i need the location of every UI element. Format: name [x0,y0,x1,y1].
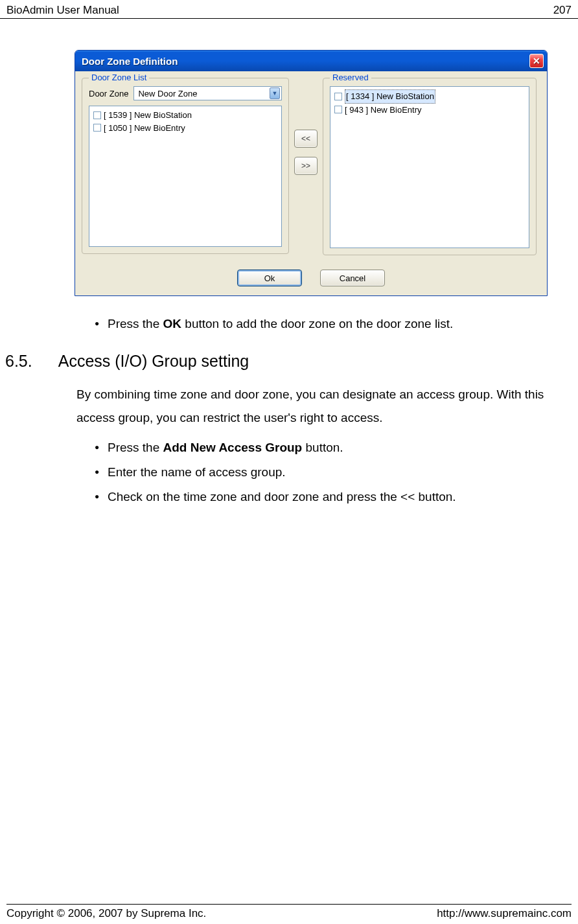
list-item[interactable]: [ 1539 ] New BioStation [93,109,277,122]
door-zone-list-legend: Door Zone List [89,73,149,82]
close-button[interactable]: ✕ [529,54,544,68]
bullet-list: Press the OK button to add the door zone… [95,314,552,334]
list-item-label: [ 1050 ] New BioEntry [104,122,185,135]
dialog-titlebar: Door Zone Definition ✕ [75,51,547,71]
ok-label: Ok [264,273,275,283]
door-zone-label: Door Zone [89,89,128,98]
page-footer: Copyright © 2006, 2007 by Suprema Inc. h… [6,904,572,920]
door-zone-value: New Door Zone [138,89,197,98]
door-zone-definition-dialog: Door Zone Definition ✕ Door Zone List Do… [75,50,548,296]
section-number: 6.5. [5,348,32,374]
reserved-group: Reserved [ 1334 ] New BioStation [ 943 ]… [323,78,537,255]
header-page-number: 207 [553,4,572,17]
header-left: BioAdmin User Manual [6,4,119,17]
dialog-button-row: Ok Cancel [75,264,547,295]
section-title: Access (I/O) Group setting [58,348,249,374]
bullet-item: Check on the time zone and door zone and… [95,487,552,507]
footer-right: http://www.supremainc.com [437,907,572,920]
transfer-buttons: << >> [293,130,319,175]
dialog-title: Door Zone Definition [82,56,178,67]
move-left-label: << [301,134,310,143]
section-heading: 6.5. Access (I/O) Group setting [5,348,552,374]
cancel-button[interactable]: Cancel [320,270,385,286]
dialog-screenshot: Door Zone Definition ✕ Door Zone List Do… [75,50,548,296]
page-header: BioAdmin User Manual 207 [0,0,578,19]
bullet-list: Press the Add New Access Group button. E… [95,438,552,507]
document-content: Press the OK button to add the door zone… [76,314,552,507]
move-left-button[interactable]: << [294,130,318,148]
move-right-button[interactable]: >> [294,157,318,175]
bullet-item: Enter the name of access group. [95,463,552,482]
checkbox-icon[interactable] [93,124,101,132]
move-right-label: >> [301,161,310,170]
checkbox-icon[interactable] [93,111,101,119]
checkbox-icon[interactable] [334,93,342,100]
reserved-listbox[interactable]: [ 1334 ] New BioStation [ 943 ] New BioE… [330,86,529,248]
ok-button[interactable]: Ok [237,270,302,286]
bullet-item: Press the Add New Access Group button. [95,438,552,457]
chevron-down-icon: ▼ [270,87,280,99]
reserved-legend: Reserved [330,73,371,82]
door-zone-dropdown[interactable]: New Door Zone ▼ [133,86,282,100]
checkbox-icon[interactable] [334,106,342,113]
list-item[interactable]: [ 1050 ] New BioEntry [93,122,277,135]
list-item[interactable]: [ 1334 ] New BioStation [334,89,525,104]
footer-left: Copyright © 2006, 2007 by Suprema Inc. [6,907,206,920]
door-zone-row: Door Zone New Door Zone ▼ [89,86,282,100]
cancel-label: Cancel [340,273,365,283]
paragraph: By combining time zone and door zone, yo… [76,383,552,428]
door-zone-list-group: Door Zone List Door Zone New Door Zone ▼… [82,78,289,254]
list-item-label: [ 1334 ] New BioStation [345,89,435,104]
dialog-body: Door Zone List Door Zone New Door Zone ▼… [75,71,547,264]
list-item[interactable]: [ 943 ] New BioEntry [334,104,525,117]
close-icon: ✕ [533,56,540,66]
door-zone-listbox[interactable]: [ 1539 ] New BioStation [ 1050 ] New Bio… [89,106,282,247]
list-item-label: [ 1539 ] New BioStation [104,109,192,122]
bullet-item: Press the OK button to add the door zone… [95,314,552,334]
list-item-label: [ 943 ] New BioEntry [345,104,422,117]
